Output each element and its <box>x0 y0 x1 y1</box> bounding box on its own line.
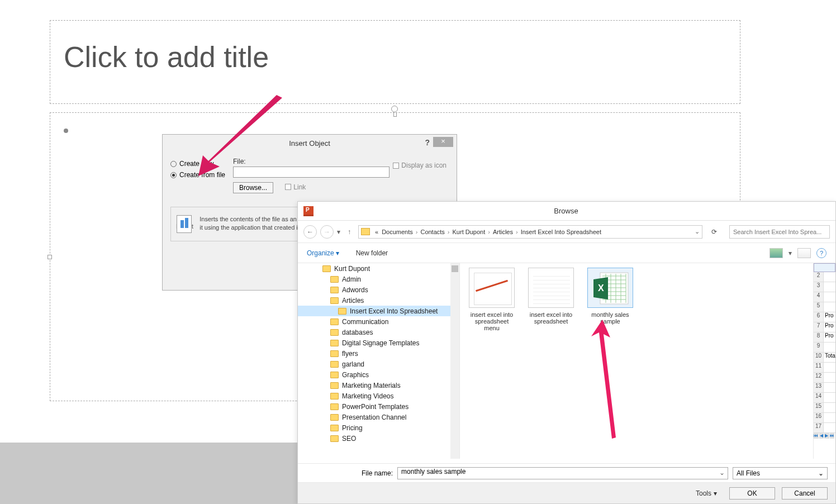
organize-button[interactable]: Organize▾ <box>307 249 339 257</box>
tree-item[interactable]: Graphics <box>298 369 459 380</box>
new-folder-button[interactable]: New folder <box>356 249 388 257</box>
preview-row: 12 <box>814 373 835 383</box>
crumb[interactable]: Insert Excel Into Spreadsheet <box>519 229 603 235</box>
preview-row: 10Tota <box>814 353 835 363</box>
preview-pane: 23456Pro7Pro8Pro910Tota11121314151617 ⏮◀… <box>813 263 835 459</box>
cancel-button[interactable]: Cancel <box>782 487 828 500</box>
close-button[interactable]: × <box>433 137 453 147</box>
folder-icon <box>338 308 346 315</box>
file-name-row: File name: monthly sales sample ⌄ All Fi… <box>298 463 835 482</box>
folder-icon <box>330 425 339 431</box>
dropdown-icon[interactable]: ⌄ <box>718 469 726 478</box>
resize-handle-left[interactable] <box>48 255 52 259</box>
cell-value <box>824 343 835 352</box>
cell-value <box>824 383 835 392</box>
tree-item[interactable]: Marketing Videos <box>298 391 459 401</box>
tree-item-label: Presentation Channel <box>342 413 406 421</box>
tree-item[interactable]: databases <box>298 327 459 337</box>
link-checkbox[interactable]: Link <box>285 183 306 191</box>
tree-item-label: Graphics <box>342 371 369 379</box>
tree-item[interactable]: Communication <box>298 316 459 327</box>
browse-title: Browse <box>297 207 835 215</box>
row-number: 12 <box>814 373 824 382</box>
breadcrumb-bar[interactable]: « Documents› Contacts› Kurt Dupont› Arti… <box>358 225 702 239</box>
browse-button[interactable]: Browse... <box>233 182 273 193</box>
tree-item[interactable]: Adwords <box>298 284 459 295</box>
dropdown-icon: ⌄ <box>818 469 824 477</box>
file-item[interactable]: Xmonthly sales sample <box>585 268 635 325</box>
file-name-value: monthly sales sample <box>401 468 466 476</box>
tree-item[interactable]: Kurt Dupont <box>298 263 459 274</box>
tree-item[interactable]: Admin <box>298 274 459 284</box>
search-input[interactable] <box>729 225 830 239</box>
view-options-button[interactable] <box>770 248 783 258</box>
tree-item[interactable]: Marketing Materials <box>298 380 459 391</box>
tools-button[interactable]: Tools▾ <box>696 489 717 497</box>
preview-sheet-nav[interactable]: ⏮◀▶⏭ <box>814 433 835 441</box>
preview-row: 16 <box>814 413 835 423</box>
tree-item[interactable]: SEO <box>298 433 459 444</box>
history-dropdown[interactable]: ▾ <box>337 228 340 236</box>
display-as-icon-checkbox[interactable]: Display as icon <box>393 161 446 169</box>
ok-button[interactable]: OK <box>729 487 775 500</box>
back-button[interactable]: ← <box>303 225 317 239</box>
help-button[interactable]: ? <box>816 248 826 258</box>
tree-item[interactable]: Pricing <box>298 422 459 433</box>
breadcrumb-dropdown[interactable]: ⌄ <box>695 228 700 235</box>
preview-row: 4 <box>814 292 835 302</box>
folder-icon <box>330 350 339 357</box>
radio-create-from-file[interactable]: Create from file <box>170 171 226 179</box>
crumb[interactable]: Contacts <box>419 229 446 235</box>
folder-icon <box>330 340 339 346</box>
tree-item-label: Digital Signage Templates <box>342 339 420 347</box>
tree-item[interactable]: Digital Signage Templates <box>298 337 459 348</box>
refresh-button[interactable]: ⟳ <box>708 226 720 238</box>
row-number: 14 <box>814 393 824 402</box>
cell-value <box>824 282 835 292</box>
help-button[interactable]: ? <box>425 138 430 147</box>
tree-item[interactable]: PowerPoint Templates <box>298 401 459 412</box>
tree-item[interactable]: Presentation Channel <box>298 412 459 422</box>
radio-create-new[interactable]: Create new <box>170 160 226 168</box>
row-number: 7 <box>814 322 824 332</box>
tree-item-label: Communication <box>342 318 388 326</box>
preview-row: 8Pro <box>814 332 835 343</box>
dialog-titlebar: Insert Object ? × <box>163 135 457 152</box>
ppt-thumbnail-icon <box>469 268 515 308</box>
crumb[interactable]: Documents <box>380 229 415 235</box>
preview-row: 14 <box>814 393 835 403</box>
preview-row: 15 <box>814 403 835 413</box>
crumb[interactable]: Kurt Dupont <box>451 229 487 235</box>
folder-icon <box>330 297 339 304</box>
folder-icon <box>330 329 339 336</box>
view-dropdown[interactable]: ▾ <box>788 249 792 257</box>
row-number: 8 <box>814 332 824 342</box>
folder-tree[interactable]: Kurt DupontAdminAdwordsArticlesInsert Ex… <box>298 263 460 459</box>
cell-value: Tota <box>824 353 835 362</box>
tree-item-label: Insert Excel Into Spreadsheet <box>350 307 438 315</box>
tree-item[interactable]: flyers <box>298 348 459 359</box>
powerpoint-icon <box>303 206 314 216</box>
tree-item[interactable]: Articles <box>298 295 459 306</box>
up-button[interactable]: ↑ <box>344 226 355 237</box>
preview-pane-button[interactable] <box>797 248 811 258</box>
tree-item[interactable]: garland <box>298 359 459 369</box>
crumb[interactable]: Articles <box>491 229 515 235</box>
scrollbar[interactable] <box>450 263 459 459</box>
cell-value: Pro <box>824 322 835 332</box>
file-name-label: insert excel into spreadsheet menu <box>467 311 517 331</box>
file-list[interactable]: insert excel into spreadsheet menuinsert… <box>460 263 835 459</box>
tree-item[interactable]: Insert Excel Into Spreadsheet <box>298 306 459 316</box>
file-name-input[interactable]: monthly sales sample ⌄ <box>397 467 728 479</box>
file-filter-select[interactable]: All Files ⌄ <box>733 467 828 479</box>
file-item[interactable]: insert excel into spreadsheet menu <box>467 268 517 331</box>
sheet-thumbnail-icon <box>528 268 574 308</box>
crumb[interactable]: « <box>373 229 380 235</box>
slide-title-placeholder[interactable]: Click to add title <box>50 20 740 104</box>
rotation-handle[interactable] <box>391 106 398 112</box>
forward-button[interactable]: → <box>320 225 334 239</box>
folder-icon <box>330 393 339 400</box>
file-item[interactable]: insert excel into spreadsheet <box>526 268 576 325</box>
file-path-input[interactable] <box>233 167 390 178</box>
row-number: 17 <box>814 423 824 432</box>
